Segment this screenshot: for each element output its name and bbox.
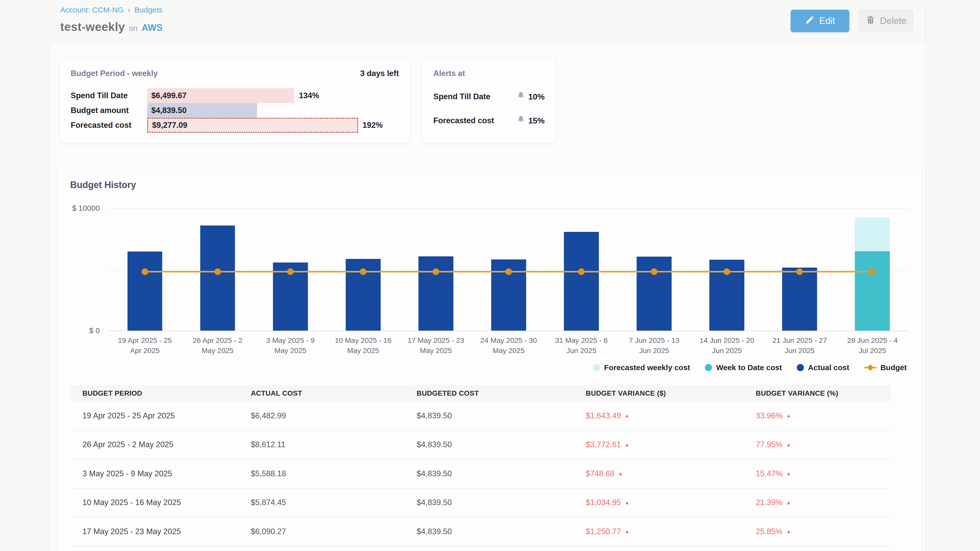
breadcrumb-budgets-link[interactable]: Budgets xyxy=(134,6,162,14)
alert-row-1: Forecasted cost15% xyxy=(433,115,545,126)
legend-label: Week to Date cost xyxy=(716,363,782,372)
budget-point-marker xyxy=(287,268,294,275)
forecasted-weekly-bar[interactable] xyxy=(855,218,890,251)
budget-point-marker xyxy=(142,268,148,275)
cell-budgeted-cost: $4,839.50 xyxy=(417,440,586,449)
budget-point-marker xyxy=(578,268,585,275)
title-on-label: on xyxy=(129,24,138,33)
delete-button[interactable]: Delete xyxy=(859,10,913,32)
x-axis-label-4: 17 May 2025 - 23 May 2025 xyxy=(399,335,472,356)
cell-actual-cost: $5,588.18 xyxy=(251,469,417,478)
title-row: test-weekly on AWS xyxy=(60,20,162,34)
budget-point-marker xyxy=(360,268,366,275)
legend-item-0[interactable]: Forecasted weekly cost xyxy=(593,363,690,372)
cell-budgeted-cost: $4,839.50 xyxy=(417,411,586,421)
legend-dot-icon xyxy=(705,364,712,371)
legend-budget-diamond xyxy=(867,364,873,371)
column-header-3[interactable]: BUDGET VARIANCE ($) xyxy=(586,389,756,397)
budget-period-card: Budget Period - weekly 3 days left Spend… xyxy=(59,59,410,143)
table-row: 26 Apr 2025 - 2 May 2025$8,612.11$4,839.… xyxy=(70,430,891,460)
alert-label: Spend Till Date xyxy=(433,92,490,101)
budget-history-chart: $ 10000 $ 0 xyxy=(70,208,909,330)
cell-budget-variance-pct: 21.39%▲ xyxy=(756,498,891,507)
variance-value: $748.68 xyxy=(586,469,614,478)
column-header-0[interactable]: BUDGET PERIOD xyxy=(70,389,251,397)
arrow-up-icon: ▲ xyxy=(625,529,630,534)
stat-percent: 134% xyxy=(299,91,319,100)
x-axis-label-10: 28 Jun 2025 - 4 Jul 2025 xyxy=(836,335,909,356)
stat-bar-lavender: $4,839.50 xyxy=(147,103,257,118)
trash-icon xyxy=(865,15,875,27)
breadcrumb-account-link[interactable]: Account: CCM-NG xyxy=(60,6,124,14)
arrow-up-icon: ▲ xyxy=(786,413,791,419)
chart-legend: Forecasted weekly costWeek to Date costA… xyxy=(70,363,909,372)
cell-budget-variance-pct: 25.85%▲ xyxy=(756,527,891,536)
stat-label: Spend Till Date xyxy=(71,91,147,100)
actual-cost-bar[interactable] xyxy=(127,251,162,330)
variance-value: $1,034.95 xyxy=(586,498,621,507)
legend-dot-icon xyxy=(593,364,600,371)
alert-threshold-value: 15% xyxy=(528,116,545,125)
alert-threshold: 10% xyxy=(517,91,545,102)
legend-item-3[interactable]: Budget xyxy=(864,363,907,372)
cell-budgeted-cost: $4,839.50 xyxy=(417,469,586,478)
plot-area xyxy=(108,208,909,330)
legend-item-2[interactable]: Actual cost xyxy=(797,363,850,372)
chevron-right-icon: › xyxy=(127,6,130,14)
column-header-4[interactable]: BUDGET VARIANCE (%) xyxy=(756,389,891,397)
actual-cost-bar[interactable] xyxy=(564,232,599,330)
cell-budget-period: 3 May 2025 - 9 May 2025 xyxy=(70,469,251,478)
actual-cost-bar[interactable] xyxy=(200,225,235,330)
budget-point-marker xyxy=(724,268,730,275)
arrow-up-icon: ▲ xyxy=(625,413,630,419)
x-axis-label-8: 14 Jun 2025 - 20 Jun 2025 xyxy=(690,335,763,356)
arrow-up-icon: ▲ xyxy=(786,471,791,476)
content-panel: Budget Period - weekly 3 days left Spend… xyxy=(50,42,926,551)
cell-budgeted-cost: $4,839.50 xyxy=(417,498,586,507)
table-header-row: BUDGET PERIODACTUAL COSTBUDGETED COSTBUD… xyxy=(70,385,891,402)
x-axis-labels: 19 Apr 2025 - 25 Apr 202526 Apr 2025 - 2… xyxy=(108,335,909,356)
cell-budget-period: 26 Apr 2025 - 2 May 2025 xyxy=(70,440,251,449)
alerts-card: Alerts at Spend Till Date10%Forecasted c… xyxy=(422,59,556,143)
page-title: test-weekly xyxy=(60,20,125,34)
budget-period-title: Budget Period - weekly xyxy=(71,69,158,78)
bell-icon xyxy=(517,91,525,102)
breadcrumb: Account: CCM-NG › Budgets xyxy=(60,6,162,14)
cell-budget-variance-usd: $1,034.95▲ xyxy=(586,498,756,507)
edit-button[interactable]: Edit xyxy=(791,10,850,32)
cell-budget-variance-pct: 15.47%▲ xyxy=(756,469,891,478)
cell-budget-variance-usd: $1,250.77▲ xyxy=(586,527,756,536)
variance-value: 25.85% xyxy=(756,527,783,536)
column-header-1[interactable]: ACTUAL COST xyxy=(251,389,417,397)
cell-actual-cost: $8,612.11 xyxy=(251,440,417,449)
actual-cost-bar[interactable] xyxy=(637,257,672,330)
stat-percent: 192% xyxy=(363,121,383,130)
variance-value: $1,643.49 xyxy=(586,411,621,421)
bell-icon xyxy=(517,115,525,126)
column-header-2[interactable]: BUDGETED COST xyxy=(417,389,586,397)
legend-item-1[interactable]: Week to Date cost xyxy=(705,363,782,372)
alerts-title: Alerts at xyxy=(433,69,465,78)
variance-value: $3,772.61 xyxy=(586,440,621,449)
actual-cost-bar[interactable] xyxy=(418,256,453,330)
week-to-date-bar[interactable] xyxy=(855,251,890,330)
budget-point-marker xyxy=(505,268,512,275)
delete-button-label: Delete xyxy=(880,16,907,26)
arrow-up-icon: ▲ xyxy=(786,529,791,534)
actual-cost-bar[interactable] xyxy=(782,268,817,330)
x-axis-baseline xyxy=(108,330,909,331)
alert-row-0: Spend Till Date10% xyxy=(433,91,545,102)
y-axis-min-label: $ 0 xyxy=(89,326,100,335)
arrow-up-icon: ▲ xyxy=(618,471,623,476)
y-axis: $ 10000 $ 0 xyxy=(70,208,108,330)
stat-row-0: Spend Till Date$6,499.67134% xyxy=(71,88,399,103)
pencil-icon xyxy=(805,15,815,27)
variance-value: 33.96% xyxy=(756,411,783,421)
legend-label: Forecasted weekly cost xyxy=(604,363,690,372)
stat-bar-pink: $6,499.67 xyxy=(147,88,294,103)
cell-budget-variance-pct: 33.96%▲ xyxy=(756,411,891,421)
stat-row-1: Budget amount$4,839.50 xyxy=(71,103,399,118)
budget-point-marker xyxy=(433,268,439,275)
stat-label: Budget amount xyxy=(71,106,147,115)
variance-value: 21.39% xyxy=(756,498,783,507)
